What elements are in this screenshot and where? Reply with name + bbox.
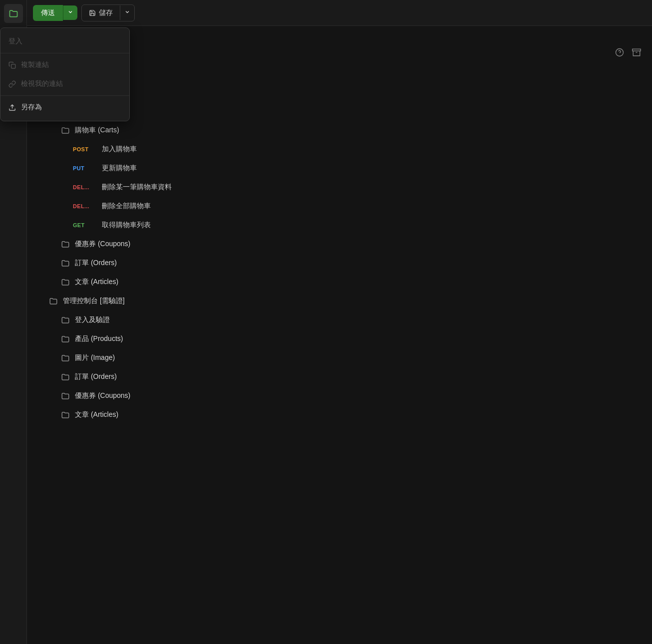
coupons-name: 優惠券 (Coupons) <box>75 240 130 249</box>
method-put-cart: PUT <box>73 165 97 171</box>
folder-icon-admin-articles <box>61 410 70 419</box>
image-name: 圖片 (Image) <box>75 353 115 362</box>
carts-name: 購物車 (Carts) <box>75 126 119 135</box>
folder-icon-admin-orders <box>61 372 70 381</box>
method-post-cart: POST <box>73 146 97 152</box>
view-links-label: 檢視我的連結 <box>27 79 63 88</box>
orders-name: 訂單 (Orders) <box>75 259 117 268</box>
tree-item-carts[interactable]: 購物車 (Carts) ⋮ <box>29 121 650 140</box>
admin-orders-name: 訂單 (Orders) <box>75 372 117 381</box>
tree-item-articles[interactable]: 文章 (Articles) ⋮ <box>29 273 650 292</box>
post-cart-name: 加入購物車 <box>102 145 137 154</box>
send-btn-group: 傳送 <box>33 5 77 21</box>
auth-name: 登入及驗證 <box>75 316 110 324</box>
del-cart-all-name: 刪除全部購物車 <box>102 202 151 211</box>
help-button[interactable] <box>612 45 627 60</box>
admin-products-name: 產品 (Products) <box>75 334 123 343</box>
folder-icon-orders <box>61 259 70 268</box>
archive-button[interactable] <box>629 45 644 60</box>
save-as-label: 另存為 <box>27 103 42 112</box>
toolbar-right <box>612 45 644 60</box>
tree-item-auth[interactable]: 登入及驗證 ⋮ <box>29 311 650 329</box>
tree-item-admin[interactable]: 管理控制台 [需驗證] ⋮ <box>29 292 650 311</box>
tree-item-get-cart[interactable]: GET 取得購物車列表 ⋮ <box>29 216 650 235</box>
save-dropdown-menu: 登入 複製連結 檢視我的連結 <box>27 27 130 121</box>
folder-icon-image <box>61 353 70 362</box>
admin-articles-name: 文章 (Articles) <box>75 410 118 419</box>
dropdown-divider-1 <box>27 53 129 53</box>
save-btn-group: 儲存 <box>81 4 135 21</box>
main-content: 傳送 儲存 <box>27 0 652 644</box>
send-button[interactable]: 傳送 <box>33 5 63 21</box>
tree-item-post-cart[interactable]: POST 加入購物車 ⋮ <box>29 140 650 159</box>
view-links-item: 檢視我的連結 <box>27 74 129 93</box>
admin-name: 管理控制台 [需驗證] <box>63 297 125 306</box>
dropdown-divider-2 <box>27 95 129 96</box>
tree-item-coupons[interactable]: 優惠券 (Coupons) ⋮ <box>29 235 650 254</box>
method-del-cart-all: DEL... <box>73 203 97 209</box>
tree-item-del-cart-one[interactable]: DEL... 刪除某一筆購物車資料 ⋮ <box>29 178 650 197</box>
top-bar: 傳送 儲存 <box>27 0 652 26</box>
folder-icon-carts <box>61 126 70 135</box>
tree-item-admin-products[interactable]: 產品 (Products) ⋮ <box>29 329 650 348</box>
method-del-cart-one: DEL... <box>73 184 97 190</box>
login-item: 登入 <box>27 32 129 51</box>
get-cart-name: 取得購物車列表 <box>102 221 151 230</box>
save-as-item[interactable]: 另存為 <box>27 98 129 117</box>
folder-icon-admin-products <box>61 334 70 343</box>
send-dropdown-button[interactable] <box>63 5 77 20</box>
tree-item-admin-articles[interactable]: 文章 (Articles) ⋮ <box>29 405 650 424</box>
articles-name: 文章 (Articles) <box>75 278 118 287</box>
tree-item-orders[interactable]: 訂單 (Orders) ⋮ <box>29 254 650 273</box>
folder-icon-articles <box>61 278 70 287</box>
tree-item-admin-orders[interactable]: 訂單 (Orders) ⋮ <box>29 367 650 386</box>
put-cart-name: 更新購物車 <box>102 164 137 173</box>
svg-point-4 <box>616 49 624 56</box>
tree-item-del-cart-all[interactable]: DEL... 刪除全部購物車 ⋮ <box>29 197 650 216</box>
folder-icon-coupons <box>61 240 70 249</box>
tree-item-admin-coupons[interactable]: 優惠券 (Coupons) ⋮ <box>29 386 650 405</box>
folder-icon-auth <box>61 316 70 324</box>
tree-item-image[interactable]: 圖片 (Image) ⋮ <box>29 348 650 367</box>
folder-icon-admin <box>49 297 58 306</box>
admin-coupons-name: 優惠券 (Coupons) <box>75 391 130 400</box>
save-dropdown-button[interactable] <box>120 5 134 20</box>
svg-rect-6 <box>633 49 641 51</box>
del-cart-one-name: 刪除某一筆購物車資料 <box>102 183 172 192</box>
folder-icon-admin-coupons <box>61 391 70 400</box>
tree-item-put-cart[interactable]: PUT 更新購物車 ⋮ <box>29 159 650 178</box>
method-get-cart: GET <box>73 222 97 228</box>
copy-link-item: 複製連結 <box>27 55 129 74</box>
sidebar-icon-folder[interactable] <box>4 4 23 23</box>
copy-link-label: 複製連結 <box>27 60 49 69</box>
save-button[interactable]: 儲存 <box>82 5 120 21</box>
